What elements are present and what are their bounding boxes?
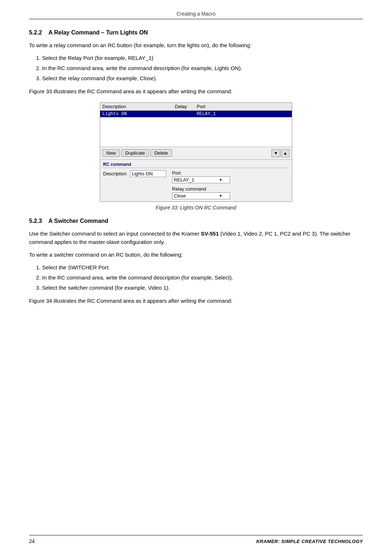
- rc-table-row[interactable]: Lights ON RELAY_1: [100, 111, 292, 117]
- duplicate-button[interactable]: Duplicate: [121, 149, 149, 157]
- relay-command-select[interactable]: Close ▼: [172, 192, 230, 199]
- rc-table-header: Description Delay Port: [100, 103, 292, 111]
- col-header-description: Description: [102, 104, 175, 109]
- section-522-title: A Relay Command – Turn Lights ON: [49, 29, 148, 36]
- delete-button[interactable]: Delete: [150, 149, 172, 157]
- description-label: Description: [103, 171, 128, 176]
- footer-page-number: 24: [29, 538, 35, 544]
- arrow-up-button[interactable]: ▲: [281, 149, 290, 157]
- rc-table-empty-area: [100, 117, 292, 146]
- rc-command-label: RC command: [103, 162, 289, 168]
- section-522-number: 5.2.2: [29, 29, 42, 36]
- page-header: Creating a Macro: [29, 11, 363, 19]
- col-header-delay: Delay: [175, 104, 197, 109]
- port-label: Port: [172, 170, 230, 176]
- section-522-heading: 5.2.2A Relay Command – Turn Lights ON: [29, 29, 363, 36]
- port-select-arrow-icon: ▼: [219, 178, 222, 182]
- col-header-port: Port: [197, 104, 290, 109]
- step-523-1: Select the SWITCHER Port.: [42, 263, 363, 272]
- arrow-down-button[interactable]: ▼: [271, 149, 280, 157]
- rc-buttons-row: New Duplicate Delete ▼ ▲: [100, 147, 292, 160]
- page-footer: 24 KRAMER: SIMPLE CREATIVE TECHNOLOGY: [29, 535, 363, 544]
- rc-command-fields: Description Lights ON Port RELAY_1 ▼: [103, 170, 289, 199]
- step-3: Select the relay command (for example, C…: [42, 74, 363, 83]
- step-523-2: In the RC command area, write the comman…: [42, 273, 363, 282]
- section-522: 5.2.2A Relay Command – Turn Lights ON To…: [29, 29, 363, 211]
- rc-ui-wrapper: Description Delay Port Lights ON RELAY_1: [29, 102, 363, 202]
- port-select-value: RELAY_1: [174, 177, 194, 183]
- section-522-steps: Select the Relay Port (for example, RELA…: [42, 54, 363, 83]
- relay-select-arrow-icon: ▼: [219, 194, 222, 198]
- figure-33-caption: Figure 33: Lights ON RC Command: [29, 205, 363, 211]
- row-description: Lights ON: [102, 111, 175, 117]
- port-row: Port RELAY_1 ▼: [172, 170, 230, 183]
- description-field-group: Description Lights ON: [103, 170, 166, 177]
- row-delay: [175, 111, 197, 117]
- rc-ui-box: Description Delay Port Lights ON RELAY_1: [100, 102, 292, 202]
- new-button[interactable]: New: [102, 149, 120, 157]
- rc-arrow-buttons: ▼ ▲: [271, 149, 290, 157]
- relay-command-row: Relay command Close ▼: [172, 186, 230, 199]
- section-523-title: A Switcher Command: [49, 218, 109, 224]
- page-header-title: Creating a Macro: [176, 11, 215, 17]
- section-522-intro: To write a relay command on an RC button…: [29, 41, 363, 49]
- row-port: RELAY_1: [197, 111, 290, 117]
- port-field-group: Port RELAY_1 ▼ Relay command Close: [172, 170, 230, 199]
- description-value[interactable]: Lights ON: [130, 170, 166, 177]
- section-523-intro1-bold: SV-551: [201, 230, 219, 237]
- section-523-intro2: To write a switcher command on an RC but…: [29, 250, 363, 259]
- relay-command-value: Close: [174, 193, 186, 199]
- section-523-intro1-part1: Use the Switcher command to select an in…: [29, 230, 201, 237]
- step-1: Select the Relay Port (for example, RELA…: [42, 54, 363, 62]
- rc-command-section: RC command Description Lights ON: [100, 160, 292, 201]
- section-523-intro1: Use the Switcher command to select an in…: [29, 229, 363, 246]
- step-523-3: Select the switcher command (for example…: [42, 283, 363, 292]
- rc-table-body: Lights ON RELAY_1: [100, 111, 292, 147]
- section-523-figure-desc: Figure 34 illustrates the RC Command are…: [29, 297, 363, 305]
- relay-command-label: Relay command: [172, 186, 230, 192]
- step-2: In the RC command area, write the comman…: [42, 64, 363, 73]
- section-523: 5.2.3A Switcher Command Use the Switcher…: [29, 218, 363, 305]
- description-row: Description Lights ON: [103, 170, 166, 177]
- footer-brand: KRAMER: SIMPLE CREATIVE TECHNOLOGY: [256, 539, 363, 544]
- port-select[interactable]: RELAY_1 ▼: [172, 176, 230, 183]
- section-522-figure-desc: Figure 33 illustrates the RC Command are…: [29, 87, 363, 95]
- page-wrapper: Creating a Macro 5.2.2A Relay Command – …: [0, 0, 392, 555]
- section-523-steps: Select the SWITCHER Port. In the RC comm…: [42, 263, 363, 292]
- section-523-heading: 5.2.3A Switcher Command: [29, 218, 363, 224]
- section-523-number: 5.2.3: [29, 218, 42, 224]
